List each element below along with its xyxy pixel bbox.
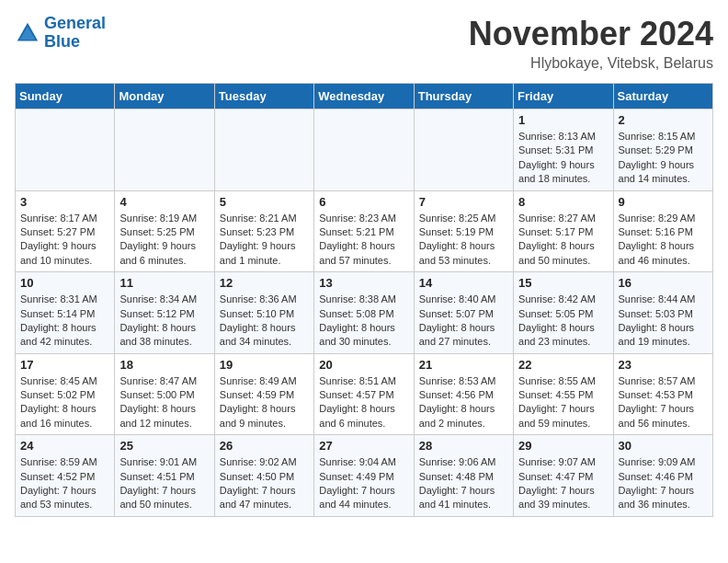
day-info: Sunrise: 8:17 AM Sunset: 5:27 PM Dayligh… (20, 212, 109, 269)
calendar-cell: 6Sunrise: 8:23 AM Sunset: 5:21 PM Daylig… (314, 190, 414, 272)
day-number: 6 (319, 195, 408, 209)
day-info: Sunrise: 8:51 AM Sunset: 4:57 PM Dayligh… (319, 374, 408, 431)
logo-text: General Blue (44, 15, 106, 52)
day-number: 19 (220, 358, 309, 372)
calendar-cell: 30Sunrise: 9:09 AM Sunset: 4:46 PM Dayli… (613, 435, 712, 517)
day-number: 17 (20, 358, 109, 372)
calendar-cell: 3Sunrise: 8:17 AM Sunset: 5:27 PM Daylig… (16, 190, 115, 272)
calendar-cell: 4Sunrise: 8:19 AM Sunset: 5:25 PM Daylig… (115, 190, 214, 272)
location-title: Hlybokaye, Vitebsk, Belarus (469, 55, 713, 72)
day-number: 11 (119, 276, 209, 290)
calendar-cell: 18Sunrise: 8:47 AM Sunset: 5:00 PM Dayli… (115, 353, 214, 435)
weekday-header-tuesday: Tuesday (214, 84, 313, 109)
calendar-cell: 23Sunrise: 8:57 AM Sunset: 4:53 PM Dayli… (613, 353, 712, 435)
day-number: 23 (619, 358, 708, 372)
calendar-cell: 14Sunrise: 8:40 AM Sunset: 5:07 PM Dayli… (414, 272, 513, 354)
calendar-cell (115, 109, 214, 191)
calendar-cell: 16Sunrise: 8:44 AM Sunset: 5:03 PM Dayli… (613, 272, 712, 354)
calendar-cell: 29Sunrise: 9:07 AM Sunset: 4:47 PM Dayli… (514, 435, 613, 517)
calendar-cell: 11Sunrise: 8:34 AM Sunset: 5:12 PM Dayli… (115, 272, 214, 354)
calendar-cell: 20Sunrise: 8:51 AM Sunset: 4:57 PM Dayli… (314, 353, 414, 435)
day-info: Sunrise: 8:59 AM Sunset: 4:52 PM Dayligh… (20, 455, 109, 512)
day-info: Sunrise: 8:49 AM Sunset: 4:59 PM Dayligh… (220, 374, 309, 431)
day-number: 22 (518, 358, 608, 372)
calendar-cell: 27Sunrise: 9:04 AM Sunset: 4:49 PM Dayli… (314, 435, 414, 517)
weekday-header-wednesday: Wednesday (314, 84, 414, 109)
calendar-cell: 26Sunrise: 9:02 AM Sunset: 4:50 PM Dayli… (214, 435, 313, 517)
calendar-cell: 19Sunrise: 8:49 AM Sunset: 4:59 PM Dayli… (214, 353, 313, 435)
day-number: 27 (319, 439, 408, 453)
day-info: Sunrise: 8:36 AM Sunset: 5:10 PM Dayligh… (220, 293, 309, 350)
day-number: 21 (419, 358, 508, 372)
logo: General Blue (15, 15, 106, 52)
calendar-cell: 10Sunrise: 8:31 AM Sunset: 5:14 PM Dayli… (16, 272, 115, 354)
week-row-2: 10Sunrise: 8:31 AM Sunset: 5:14 PM Dayli… (16, 272, 713, 354)
calendar-cell: 5Sunrise: 8:21 AM Sunset: 5:23 PM Daylig… (214, 190, 313, 272)
day-info: Sunrise: 8:40 AM Sunset: 5:07 PM Dayligh… (419, 293, 508, 350)
day-info: Sunrise: 8:55 AM Sunset: 4:55 PM Dayligh… (518, 374, 608, 431)
day-info: Sunrise: 8:34 AM Sunset: 5:12 PM Dayligh… (119, 293, 209, 350)
day-info: Sunrise: 8:27 AM Sunset: 5:17 PM Dayligh… (518, 212, 608, 269)
day-number: 5 (220, 195, 309, 209)
calendar-cell: 21Sunrise: 8:53 AM Sunset: 4:56 PM Dayli… (414, 353, 513, 435)
day-info: Sunrise: 8:25 AM Sunset: 5:19 PM Dayligh… (419, 212, 508, 269)
day-info: Sunrise: 8:42 AM Sunset: 5:05 PM Dayligh… (518, 293, 608, 350)
calendar-cell: 1Sunrise: 8:13 AM Sunset: 5:31 PM Daylig… (514, 109, 613, 191)
day-info: Sunrise: 8:21 AM Sunset: 5:23 PM Dayligh… (220, 212, 309, 269)
logo-icon (15, 20, 40, 46)
logo-line1: General (44, 14, 106, 32)
day-number: 3 (20, 195, 109, 209)
day-info: Sunrise: 8:29 AM Sunset: 5:16 PM Dayligh… (619, 212, 708, 269)
calendar-cell: 22Sunrise: 8:55 AM Sunset: 4:55 PM Dayli… (514, 353, 613, 435)
weekday-header-monday: Monday (115, 84, 214, 109)
day-number: 28 (419, 439, 508, 453)
day-info: Sunrise: 8:38 AM Sunset: 5:08 PM Dayligh… (319, 293, 408, 350)
day-info: Sunrise: 8:53 AM Sunset: 4:56 PM Dayligh… (419, 374, 508, 431)
calendar-cell: 9Sunrise: 8:29 AM Sunset: 5:16 PM Daylig… (613, 190, 712, 272)
day-info: Sunrise: 8:47 AM Sunset: 5:00 PM Dayligh… (119, 374, 209, 431)
day-number: 18 (119, 358, 209, 372)
month-title: November 2024 (469, 15, 713, 53)
day-info: Sunrise: 8:57 AM Sunset: 4:53 PM Dayligh… (619, 374, 708, 431)
day-number: 30 (619, 439, 708, 453)
day-info: Sunrise: 8:23 AM Sunset: 5:21 PM Dayligh… (319, 212, 408, 269)
day-number: 1 (518, 113, 608, 127)
day-info: Sunrise: 9:01 AM Sunset: 4:51 PM Dayligh… (119, 455, 209, 512)
calendar-cell: 12Sunrise: 8:36 AM Sunset: 5:10 PM Dayli… (214, 272, 313, 354)
weekday-header-sunday: Sunday (16, 84, 115, 109)
weekday-header-row: SundayMondayTuesdayWednesdayThursdayFrid… (16, 84, 713, 109)
day-number: 4 (119, 195, 209, 209)
calendar-cell: 28Sunrise: 9:06 AM Sunset: 4:48 PM Dayli… (414, 435, 513, 517)
day-number: 10 (20, 276, 109, 290)
day-info: Sunrise: 9:02 AM Sunset: 4:50 PM Dayligh… (220, 455, 309, 512)
calendar-cell: 25Sunrise: 9:01 AM Sunset: 4:51 PM Dayli… (115, 435, 214, 517)
calendar-cell (214, 109, 313, 191)
calendar-cell: 7Sunrise: 8:25 AM Sunset: 5:19 PM Daylig… (414, 190, 513, 272)
calendar-cell (414, 109, 513, 191)
day-number: 2 (619, 113, 708, 127)
day-number: 7 (419, 195, 508, 209)
calendar-cell: 8Sunrise: 8:27 AM Sunset: 5:17 PM Daylig… (514, 190, 613, 272)
week-row-1: 3Sunrise: 8:17 AM Sunset: 5:27 PM Daylig… (16, 190, 713, 272)
calendar-cell: 15Sunrise: 8:42 AM Sunset: 5:05 PM Dayli… (514, 272, 613, 354)
header-area: General Blue November 2024 Hlybokaye, Vi… (15, 15, 713, 72)
weekday-header-thursday: Thursday (414, 84, 513, 109)
day-number: 15 (518, 276, 608, 290)
week-row-3: 17Sunrise: 8:45 AM Sunset: 5:02 PM Dayli… (16, 353, 713, 435)
calendar-cell (16, 109, 115, 191)
calendar-cell: 13Sunrise: 8:38 AM Sunset: 5:08 PM Dayli… (314, 272, 414, 354)
weekday-header-friday: Friday (514, 84, 613, 109)
calendar-cell: 24Sunrise: 8:59 AM Sunset: 4:52 PM Dayli… (16, 435, 115, 517)
day-info: Sunrise: 9:04 AM Sunset: 4:49 PM Dayligh… (319, 455, 408, 512)
day-number: 26 (220, 439, 309, 453)
day-number: 16 (619, 276, 708, 290)
day-info: Sunrise: 8:31 AM Sunset: 5:14 PM Dayligh… (20, 293, 109, 350)
calendar-cell (314, 109, 414, 191)
week-row-4: 24Sunrise: 8:59 AM Sunset: 4:52 PM Dayli… (16, 435, 713, 517)
day-info: Sunrise: 9:09 AM Sunset: 4:46 PM Dayligh… (619, 455, 708, 512)
logo-line2: Blue (44, 32, 80, 51)
day-number: 12 (220, 276, 309, 290)
week-row-0: 1Sunrise: 8:13 AM Sunset: 5:31 PM Daylig… (16, 109, 713, 191)
title-area: November 2024 Hlybokaye, Vitebsk, Belaru… (469, 15, 713, 72)
day-number: 29 (518, 439, 608, 453)
